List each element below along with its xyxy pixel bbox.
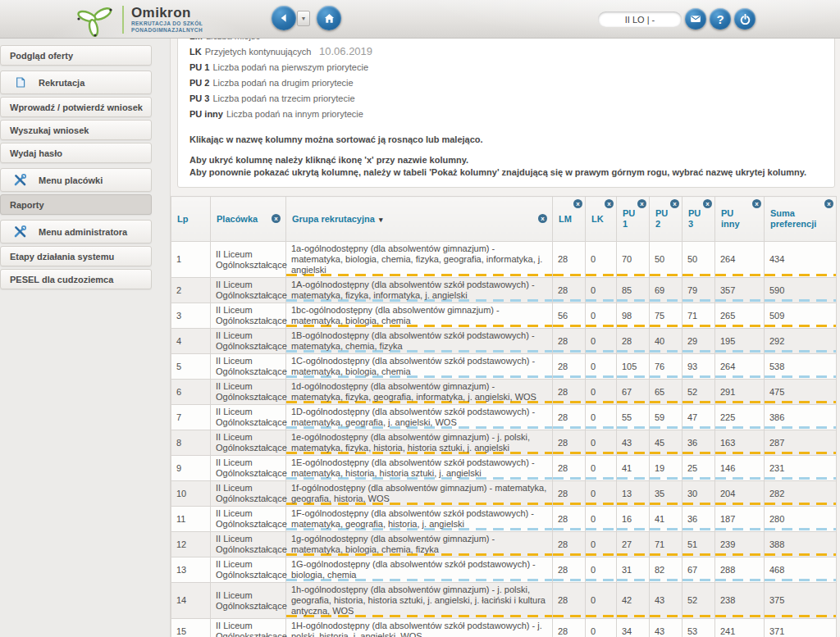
- user-context-label[interactable]: II LO | -: [598, 11, 682, 27]
- table-row: 7II Liceum Ogólnokształcące1D-ogólnodost…: [171, 405, 837, 430]
- cell-placowka: II Liceum Ogólnokształcące: [211, 507, 286, 532]
- sidebar-section-menu-plac-wki[interactable]: Menu placówki: [0, 168, 152, 192]
- column-header-suma[interactable]: Suma preferencjix: [765, 197, 837, 242]
- hide-column-icon[interactable]: x: [703, 199, 712, 208]
- cell-suma: 282: [765, 481, 837, 507]
- legend-text: Przyjetych kontynuujących: [205, 47, 312, 57]
- mail-button[interactable]: [685, 8, 706, 30]
- hide-column-icon[interactable]: x: [752, 199, 761, 208]
- cell-suma: 231: [765, 456, 837, 481]
- cell-grupa: 1h-ogólnodostępny (dla absolwentów gimna…: [286, 583, 553, 619]
- column-header-pu1[interactable]: PU 1x: [617, 197, 650, 242]
- home-button[interactable]: [317, 6, 341, 30]
- cell-placowka: II Liceum Ogólnokształcące: [211, 380, 286, 405]
- table-row: 9II Liceum Ogólnokształcące1E-ogólnodost…: [171, 456, 837, 481]
- back-history-dropdown[interactable]: ▼: [297, 11, 310, 26]
- cell-placowka: II Liceum Ogólnokształcące: [211, 278, 286, 303]
- cell-pu_inny: 264: [715, 242, 765, 278]
- cell-lp: 7: [171, 405, 211, 430]
- cell-pu2: 45: [650, 430, 682, 456]
- sorting-instruction: Klikając w nazwę kolumny można sortować …: [189, 134, 823, 145]
- sidebar-item-etapy-dzia-ania-systemu[interactable]: Etapy działania systemu: [0, 246, 152, 266]
- cell-pu3: 67: [682, 557, 715, 583]
- power-icon: [740, 14, 751, 25]
- column-header-lp[interactable]: Lp: [171, 197, 211, 242]
- sidebar-item-label: Menu placówki: [39, 175, 103, 185]
- hide-column-icon[interactable]: x: [824, 199, 833, 208]
- cell-suma: 509: [765, 303, 837, 329]
- cell-pu1: 13: [617, 481, 650, 507]
- sidebar-item-wprowad-potwierd-wniosek[interactable]: Wprowadź / potwierdź wniosek: [0, 97, 152, 117]
- column-header-pu3[interactable]: PU 3x: [682, 197, 715, 242]
- cell-pu2: 71: [650, 532, 682, 557]
- show-column-instruction: Aby ponownie pokazać ukrytą kolumnę, nal…: [189, 167, 823, 178]
- hide-column-icon[interactable]: x: [272, 214, 281, 223]
- cell-pu_inny: 241: [715, 619, 765, 637]
- cell-lp: 12: [171, 532, 211, 557]
- cell-lp: 10: [171, 481, 211, 507]
- column-header-placowka[interactable]: Placówkax: [211, 197, 286, 242]
- cell-lk: 0: [586, 557, 617, 583]
- cell-pu3: 52: [682, 583, 715, 619]
- sidebar-section-menu-administratora[interactable]: Menu administratora: [0, 220, 152, 243]
- cell-lk: 0: [586, 583, 617, 619]
- cell-suma: 590: [765, 278, 837, 303]
- table-row: 4II Liceum Ogólnokształcące1B-ogólnodost…: [171, 329, 837, 354]
- cell-pu1: 55: [617, 405, 650, 430]
- cell-pu_inny: 146: [715, 456, 765, 481]
- sidebar-item-pesel-dla-cudzoziemca[interactable]: PESEL dla cudzoziemca: [0, 269, 152, 289]
- sidebar-section-rekrutacja[interactable]: Rekrutacja: [0, 71, 152, 94]
- hide-column-icon[interactable]: x: [605, 199, 614, 208]
- cell-pu3: 93: [682, 354, 715, 380]
- cell-placowka: II Liceum Ogólnokształcące: [211, 532, 286, 557]
- cell-suma: 371: [765, 619, 837, 637]
- cell-lp: 9: [171, 456, 211, 481]
- cell-placowka: II Liceum Ogólnokształcące: [211, 557, 286, 583]
- cell-pu_inny: 288: [715, 557, 765, 583]
- column-header-pu2[interactable]: PU 2x: [650, 197, 682, 242]
- cell-pu1: 41: [617, 456, 650, 481]
- sidebar-item-wyszukaj-wniosek[interactable]: Wyszukaj wniosek: [0, 120, 152, 140]
- cell-suma: 468: [765, 557, 837, 583]
- cell-pu2: 40: [650, 329, 682, 354]
- cell-lk: 0: [586, 481, 617, 507]
- hide-column-icon[interactable]: x: [538, 214, 547, 223]
- cell-lm: 28: [553, 278, 586, 303]
- column-header-pu_inny[interactable]: PU innyx: [715, 197, 765, 242]
- hide-column-icon[interactable]: x: [637, 199, 646, 208]
- legend-line-pu-1: PU 1Liczba podań na pierwszym prioryteci…: [189, 60, 823, 75]
- cell-pu1: 27: [617, 532, 650, 557]
- back-button[interactable]: [272, 6, 296, 30]
- cell-grupa: 1F-ogólnodostępny (dla absolwentów szkół…: [286, 507, 553, 532]
- column-header-lk[interactable]: LKx: [586, 197, 617, 242]
- cell-lp: 13: [171, 557, 211, 583]
- cell-lp: 4: [171, 329, 211, 354]
- help-button[interactable]: ?: [710, 8, 731, 30]
- cell-grupa: 1B-ogólnodostępny (dla absolwentów szkół…: [286, 329, 553, 354]
- sidebar-item-podgl-d-oferty[interactable]: Podgląd oferty: [0, 45, 152, 66]
- column-header-lm[interactable]: LMx: [553, 197, 586, 242]
- cell-lm: 28: [553, 354, 586, 380]
- column-header-grupa[interactable]: Grupa rekrutacyjna▾x: [286, 197, 553, 242]
- cell-pu3: 71: [682, 303, 715, 329]
- cell-suma: 386: [765, 405, 837, 430]
- cell-pu3: 51: [682, 532, 715, 557]
- cell-pu1: 67: [617, 380, 650, 405]
- table-row: 2II Liceum Ogólnokształcące1A-ogólnodost…: [171, 278, 837, 303]
- tools-icon: [11, 225, 28, 239]
- cell-suma: 388: [765, 532, 837, 557]
- cell-lk: 0: [586, 380, 617, 405]
- logout-button[interactable]: [734, 8, 756, 30]
- table-row: 12II Liceum Ogólnokształcące1g-ogólnodos…: [171, 532, 837, 557]
- tools-icon: [11, 173, 28, 187]
- cell-pu3: 79: [682, 278, 715, 303]
- legend-code: PU 1: [189, 62, 209, 72]
- cell-placowka: II Liceum Ogólnokształcące: [211, 329, 286, 354]
- sidebar-item-raporty[interactable]: Raporty: [0, 194, 152, 215]
- cell-pu2: 76: [650, 354, 682, 380]
- app-header: Omikron REKRUTACJA DO SZKÓŁ PONADGIMNAZJ…: [0, 0, 840, 39]
- sidebar-item-wydaj-has-o[interactable]: Wydaj hasło: [0, 143, 152, 163]
- hide-column-icon[interactable]: x: [670, 199, 679, 208]
- cell-lk: 0: [586, 329, 617, 354]
- hide-column-icon[interactable]: x: [573, 199, 582, 208]
